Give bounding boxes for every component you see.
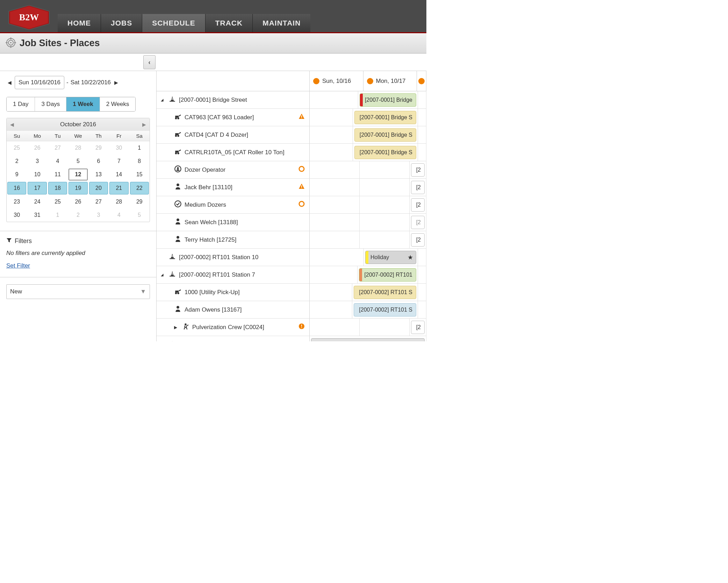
schedule-cell[interactable]: [2007-0001] Bridge [358, 91, 418, 108]
schedule-cell[interactable]: [2 [410, 196, 426, 213]
calendar-day[interactable]: 16 [7, 182, 26, 194]
calendar-day[interactable]: 22 [130, 182, 149, 194]
schedule-row-label[interactable]: 1000 [Utility Pick-Up] [157, 284, 310, 301]
schedule-cell[interactable] [310, 161, 360, 178]
schedule-cell[interactable]: [2 [410, 161, 426, 178]
calendar-day[interactable]: 3 [27, 155, 47, 168]
schedule-bar[interactable]: [2007-0001] Bridge [360, 93, 416, 107]
view-3days[interactable]: 3 Days [35, 97, 66, 111]
schedule-bar[interactable]: [2007-0002] RT101 S [354, 303, 416, 317]
schedule-bar[interactable]: [2007-0001] Bridge S [354, 128, 416, 142]
schedule-bar[interactable]: [2 [411, 216, 425, 229]
schedule-cell[interactable] [310, 301, 352, 318]
schedule-cell[interactable] [310, 214, 360, 231]
view-1day[interactable]: 1 Day [7, 97, 35, 111]
schedule-row-label[interactable]: ◢[2007-0001] Bridge Street [157, 91, 310, 108]
schedule-row-label[interactable]: ◢[2007-0002] RT101 Station 7 Phase 1 [157, 336, 310, 341]
schedule-cell[interactable] [360, 231, 410, 248]
schedule-cell[interactable] [310, 284, 352, 301]
schedule-cell[interactable] [418, 109, 426, 126]
schedule-row-label[interactable]: Terry Hatch [12725] [157, 231, 310, 248]
schedule-cell[interactable]: [2 [410, 319, 426, 336]
view-1week[interactable]: 1 Week [66, 97, 100, 111]
schedule-bar[interactable]: [2 [411, 233, 425, 247]
schedule-row-label[interactable]: Dozer Operator [157, 161, 310, 178]
nav-schedule[interactable]: SCHEDULE [142, 14, 205, 32]
schedule-row-label[interactable]: Jack Behr [13110] [157, 179, 310, 196]
calendar-day[interactable]: 23 [7, 195, 27, 208]
date-next-button[interactable]: ▶ [113, 79, 119, 86]
calendar-day[interactable]: 11 [48, 168, 68, 181]
calendar-day[interactable]: 2 [7, 155, 27, 168]
schedule-bar[interactable]: [2007-0002] RT101 S [354, 286, 416, 299]
calendar-day[interactable]: 4 [48, 155, 68, 168]
calendar-day[interactable]: 18 [48, 182, 67, 194]
schedule-cell[interactable] [418, 249, 426, 266]
schedule-cell[interactable]: [2 [410, 231, 426, 248]
day-column-next[interactable] [417, 71, 426, 91]
collapse-icon[interactable]: ◢ [161, 273, 166, 277]
schedule-cell[interactable] [310, 249, 364, 266]
calendar-day[interactable]: 25 [7, 141, 27, 155]
schedule-cell[interactable] [360, 214, 410, 231]
schedule-row-label[interactable]: CATRLR10TA_05 [CAT Roller 10 Ton] [157, 144, 310, 161]
schedule-cell[interactable] [418, 266, 426, 283]
schedule-bar[interactable]: [2007-0002] RT101 Station 7 Phase 1 [311, 338, 425, 342]
collapse-icon[interactable]: ◢ [161, 98, 166, 102]
view-2weeks[interactable]: 2 Weeks [100, 97, 136, 111]
calendar-day[interactable]: 7 [109, 155, 129, 168]
nav-home[interactable]: HOME [58, 14, 101, 32]
schedule-row-label[interactable]: Adam Owens [13167] [157, 301, 310, 318]
nav-jobs[interactable]: JOBS [101, 14, 142, 32]
schedule-cell[interactable]: [2 [410, 179, 426, 196]
calendar-day[interactable]: 1 [129, 141, 150, 155]
nav-track[interactable]: TRACK [205, 14, 253, 32]
schedule-cell[interactable] [310, 196, 360, 213]
schedule-row-label[interactable]: Sean Welch [13188] [157, 214, 310, 231]
calendar-day[interactable]: 6 [88, 155, 109, 168]
calendar-day[interactable]: 28 [109, 195, 129, 208]
schedule-cell[interactable]: [2007-0001] Bridge S [353, 144, 418, 161]
calendar-day[interactable]: 26 [68, 195, 88, 208]
calendar-day[interactable]: 12 [69, 169, 87, 180]
schedule-cell[interactable]: [2007-0002] RT101 [358, 266, 418, 283]
calendar-day[interactable]: 19 [69, 182, 87, 194]
calendar-day[interactable]: 27 [48, 141, 68, 155]
collapse-sidebar-button[interactable]: ‹ [143, 55, 156, 69]
cal-next-month[interactable]: ▶ [142, 122, 146, 127]
schedule-bar[interactable]: [2 [411, 163, 425, 177]
calendar-day[interactable]: 14 [109, 168, 129, 181]
calendar-day[interactable]: 28 [68, 141, 88, 155]
calendar-day[interactable]: 20 [89, 182, 108, 194]
schedule-cell[interactable] [310, 91, 358, 108]
set-filter-link[interactable]: Set Filter [6, 262, 30, 269]
calendar-day[interactable]: 13 [88, 168, 109, 181]
calendar-day[interactable]: 5 [68, 155, 88, 168]
calendar-day[interactable]: 8 [129, 155, 150, 168]
schedule-row-label[interactable]: Medium Dozers [157, 196, 310, 213]
day-column-mon[interactable]: Mon, 10/17 [363, 71, 417, 91]
calendar-day[interactable]: 26 [27, 141, 47, 155]
schedule-row-label[interactable]: CATD4 [CAT D 4 Dozer] [157, 126, 310, 143]
calendar-day[interactable]: 10 [27, 168, 47, 181]
schedule-cell[interactable]: [2007-0001] Bridge S [353, 126, 418, 143]
calendar-day[interactable]: 25 [48, 195, 68, 208]
schedule-bar[interactable]: [2 [411, 198, 425, 212]
calendar-day[interactable]: 17 [28, 182, 46, 194]
schedule-bar[interactable]: [2007-0001] Bridge S [354, 111, 416, 124]
schedule-cell[interactable]: [2007-0001] Bridge S [353, 109, 418, 126]
calendar-day[interactable]: 5 [129, 208, 150, 222]
calendar-day[interactable]: 31 [27, 208, 47, 222]
cal-prev-month[interactable]: ◀ [10, 122, 14, 127]
schedule-bar[interactable]: [2 [411, 321, 425, 334]
filter-select[interactable]: New ▼ [6, 284, 150, 299]
date-prev-button[interactable]: ◀ [6, 79, 13, 86]
schedule-row-label[interactable]: [2007-0002] RT101 Station 10 [157, 249, 310, 266]
schedule-cell[interactable] [360, 179, 410, 196]
schedule-cell[interactable] [360, 319, 410, 336]
start-date-input[interactable]: Sun 10/16/2016 [15, 76, 64, 89]
calendar-day[interactable]: 24 [27, 195, 47, 208]
schedule-cell[interactable] [310, 144, 353, 161]
expand-icon[interactable]: ▶ [174, 325, 179, 330]
calendar-day[interactable]: 3 [88, 208, 109, 222]
